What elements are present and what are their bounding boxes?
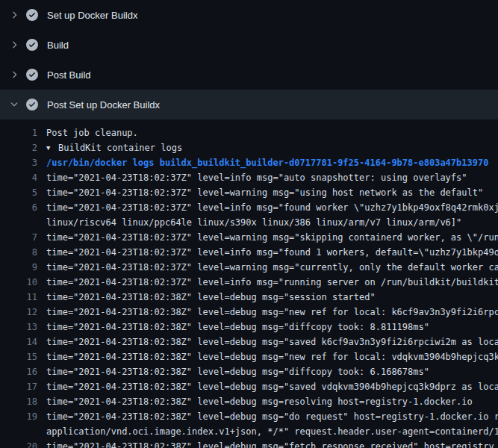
- log-line: 19 time="2021-04-23T18:02:38Z" level=deb…: [0, 409, 498, 424]
- log-line-text: Post job cleanup.: [46, 125, 138, 140]
- step-title: Build: [47, 40, 69, 51]
- log-line: 16 time="2021-04-23T18:02:38Z" level=deb…: [0, 364, 498, 379]
- chevron-right-icon: [9, 69, 19, 80]
- log-line-number[interactable]: 15: [0, 349, 37, 364]
- log-line-number[interactable]: 8: [0, 245, 37, 260]
- log-line-text: time="2021-04-23T18:02:38Z" level=debug …: [46, 335, 498, 349]
- check-circle-icon: [26, 39, 38, 51]
- log-line: 14 time="2021-04-23T18:02:38Z" level=deb…: [0, 335, 498, 349]
- log-line: 15 time="2021-04-23T18:02:38Z" level=deb…: [0, 349, 498, 364]
- log-line: 10 time="2021-04-23T18:02:37Z" level=inf…: [0, 275, 498, 290]
- log-line: linux/riscv64 linux/ppc64le linux/s390x …: [0, 215, 498, 230]
- log-line-number[interactable]: 2: [0, 140, 37, 155]
- log-line-text: application/vnd.oci.image.index.v1+json,…: [46, 424, 498, 439]
- chevron-down-icon: [9, 99, 19, 110]
- chevron-right-icon: [9, 40, 19, 50]
- log-line: 3 /usr/bin/docker logs buildx_buildkit_b…: [0, 155, 498, 170]
- log-line-number[interactable]: 14: [0, 335, 37, 349]
- log-line: 12 time="2021-04-23T18:02:38Z" level=deb…: [0, 305, 498, 320]
- log-line-number[interactable]: [0, 424, 37, 439]
- log-line-number[interactable]: 9: [0, 260, 37, 275]
- log-line: 8 time="2021-04-23T18:02:37Z" level=info…: [0, 245, 498, 260]
- log-line-number[interactable]: 4: [0, 170, 37, 185]
- log-line: 4 time="2021-04-23T18:02:37Z" level=info…: [0, 170, 498, 185]
- check-circle-icon: [26, 9, 38, 21]
- chevron-right-icon: [9, 10, 19, 20]
- log-line-text: time="2021-04-23T18:02:38Z" level=debug …: [46, 409, 498, 424]
- log-line-number[interactable]: 6: [0, 200, 37, 215]
- log-line-text: time="2021-04-23T18:02:38Z" level=debug …: [46, 379, 498, 394]
- actions-log-viewer: Set up Docker Buildx Build Post Build Po…: [0, 0, 498, 448]
- log-line-text: time="2021-04-23T18:02:38Z" level=debug …: [46, 305, 498, 320]
- log-line-number[interactable]: 12: [0, 305, 37, 320]
- log-line-text: time="2021-04-23T18:02:38Z" level=debug …: [46, 320, 429, 335]
- log-line-text: time="2021-04-23T18:02:37Z" level=warnin…: [46, 230, 498, 245]
- log-line-number[interactable]: 19: [0, 409, 37, 424]
- step-header-build[interactable]: Build: [0, 30, 498, 60]
- log-line: 13 time="2021-04-23T18:02:38Z" level=deb…: [0, 320, 498, 335]
- step-title: Set up Docker Buildx: [47, 10, 137, 21]
- log-line-number[interactable]: 1: [0, 125, 37, 140]
- log-line-text: time="2021-04-23T18:02:37Z" level=info m…: [46, 200, 498, 215]
- log-line: 7 time="2021-04-23T18:02:37Z" level=warn…: [0, 230, 498, 245]
- log-line: 1 Post job cleanup.: [0, 125, 498, 140]
- log-line-number[interactable]: [0, 215, 37, 230]
- log-line-number[interactable]: 17: [0, 379, 37, 394]
- log-line: 6 time="2021-04-23T18:02:37Z" level=info…: [0, 200, 498, 215]
- log-line[interactable]: 2 ▼BuildKit container logs: [0, 140, 498, 155]
- log-line-number[interactable]: 16: [0, 364, 37, 379]
- log-line-text: time="2021-04-23T18:02:38Z" level=debug …: [46, 394, 473, 409]
- log-line: 5 time="2021-04-23T18:02:37Z" level=warn…: [0, 185, 498, 200]
- log-line-number[interactable]: 18: [0, 394, 37, 409]
- log-line-text: time="2021-04-23T18:02:38Z" level=debug …: [46, 364, 429, 379]
- step-title: Post Build: [47, 69, 91, 81]
- log-area[interactable]: 1 Post job cleanup. 2 ▼BuildKit containe…: [0, 119, 498, 448]
- step-title: Post Set up Docker Buildx: [47, 99, 160, 111]
- log-line-text: time="2021-04-23T18:02:37Z" level=info m…: [46, 245, 498, 260]
- log-line-number[interactable]: 13: [0, 320, 37, 335]
- log-line: application/vnd.oci.image.index.v1+json,…: [0, 424, 498, 439]
- step-header-post-set-up-docker-buildx[interactable]: Post Set up Docker Buildx: [0, 90, 498, 119]
- log-line-text: linux/riscv64 linux/ppc64le linux/s390x …: [46, 215, 461, 230]
- log-line-number[interactable]: 20: [0, 439, 37, 448]
- log-line-text: time="2021-04-23T18:02:37Z" level=info m…: [46, 275, 498, 290]
- log-line-text: /usr/bin/docker logs buildx_buildkit_bui…: [46, 155, 488, 170]
- step-header-set-up-docker-buildx[interactable]: Set up Docker Buildx: [0, 0, 498, 30]
- log-line-text: time="2021-04-23T18:02:38Z" level=debug …: [46, 290, 376, 305]
- triangle-down-icon: ▼: [46, 140, 58, 155]
- check-circle-icon: [26, 69, 38, 81]
- log-line: 11 time="2021-04-23T18:02:38Z" level=deb…: [0, 290, 498, 305]
- log-line: 18 time="2021-04-23T18:02:38Z" level=deb…: [0, 394, 498, 409]
- log-line-text: time="2021-04-23T18:02:37Z" level=warnin…: [46, 260, 498, 275]
- log-line-number[interactable]: 10: [0, 275, 37, 290]
- log-line-number[interactable]: 11: [0, 290, 37, 305]
- log-line-text: time="2021-04-23T18:02:37Z" level=warnin…: [46, 185, 483, 200]
- check-circle-icon: [26, 99, 38, 111]
- log-line-number[interactable]: 7: [0, 230, 37, 245]
- log-line: 17 time="2021-04-23T18:02:38Z" level=deb…: [0, 379, 498, 394]
- log-line-text: time="2021-04-23T18:02:38Z" level=debug …: [46, 439, 494, 448]
- log-line-text: time="2021-04-23T18:02:38Z" level=debug …: [46, 349, 498, 364]
- log-line-text: time="2021-04-23T18:02:37Z" level=info m…: [46, 170, 467, 185]
- log-line-number[interactable]: 3: [0, 155, 37, 170]
- log-line: 20 time="2021-04-23T18:02:38Z" level=deb…: [0, 439, 498, 448]
- log-line-text: BuildKit container logs: [58, 140, 182, 155]
- log-line-number[interactable]: 5: [0, 185, 37, 200]
- log-line: 9 time="2021-04-23T18:02:37Z" level=warn…: [0, 260, 498, 275]
- step-header-post-build[interactable]: Post Build: [0, 60, 498, 90]
